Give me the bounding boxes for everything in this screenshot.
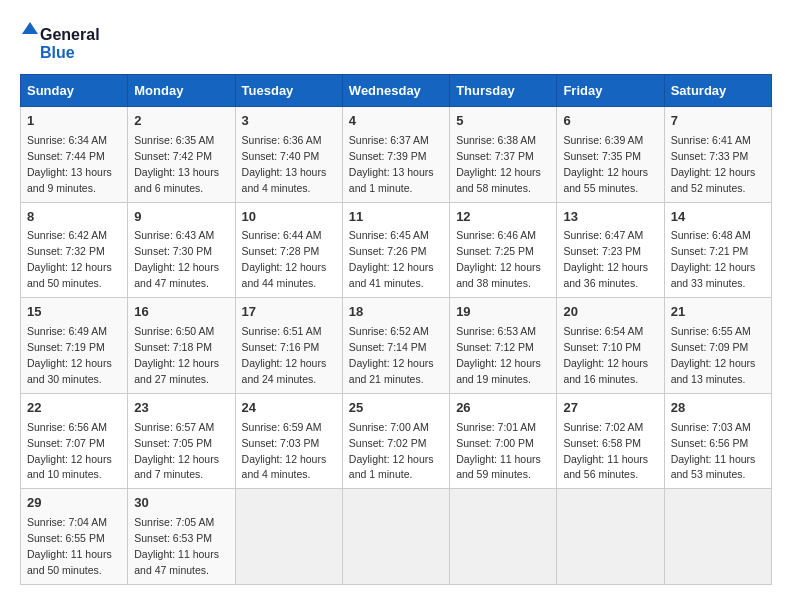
day-info: Sunrise: 6:39 AMSunset: 7:35 PMDaylight:… — [563, 134, 648, 194]
calendar-day-17: 17Sunrise: 6:51 AMSunset: 7:16 PMDayligh… — [235, 298, 342, 394]
empty-cell — [235, 489, 342, 585]
day-number: 9 — [134, 208, 228, 227]
calendar-day-18: 18Sunrise: 6:52 AMSunset: 7:14 PMDayligh… — [342, 298, 449, 394]
calendar-day-15: 15Sunrise: 6:49 AMSunset: 7:19 PMDayligh… — [21, 298, 128, 394]
calendar-week-2: 8Sunrise: 6:42 AMSunset: 7:32 PMDaylight… — [21, 202, 772, 298]
day-number: 14 — [671, 208, 765, 227]
calendar-day-20: 20Sunrise: 6:54 AMSunset: 7:10 PMDayligh… — [557, 298, 664, 394]
day-number: 25 — [349, 399, 443, 418]
day-info: Sunrise: 6:36 AMSunset: 7:40 PMDaylight:… — [242, 134, 327, 194]
day-number: 15 — [27, 303, 121, 322]
day-info: Sunrise: 6:41 AMSunset: 7:33 PMDaylight:… — [671, 134, 756, 194]
calendar-day-30: 30Sunrise: 7:05 AMSunset: 6:53 PMDayligh… — [128, 489, 235, 585]
calendar-day-25: 25Sunrise: 7:00 AMSunset: 7:02 PMDayligh… — [342, 393, 449, 489]
day-info: Sunrise: 6:55 AMSunset: 7:09 PMDaylight:… — [671, 325, 756, 385]
calendar-day-22: 22Sunrise: 6:56 AMSunset: 7:07 PMDayligh… — [21, 393, 128, 489]
day-info: Sunrise: 6:57 AMSunset: 7:05 PMDaylight:… — [134, 421, 219, 481]
day-info: Sunrise: 7:02 AMSunset: 6:58 PMDaylight:… — [563, 421, 648, 481]
empty-cell — [342, 489, 449, 585]
calendar-day-10: 10Sunrise: 6:44 AMSunset: 7:28 PMDayligh… — [235, 202, 342, 298]
day-number: 5 — [456, 112, 550, 131]
day-number: 28 — [671, 399, 765, 418]
calendar-week-5: 29Sunrise: 7:04 AMSunset: 6:55 PMDayligh… — [21, 489, 772, 585]
calendar-day-11: 11Sunrise: 6:45 AMSunset: 7:26 PMDayligh… — [342, 202, 449, 298]
weekday-header-thursday: Thursday — [450, 75, 557, 107]
day-info: Sunrise: 6:37 AMSunset: 7:39 PMDaylight:… — [349, 134, 434, 194]
day-info: Sunrise: 7:04 AMSunset: 6:55 PMDaylight:… — [27, 516, 112, 576]
calendar-day-16: 16Sunrise: 6:50 AMSunset: 7:18 PMDayligh… — [128, 298, 235, 394]
day-number: 6 — [563, 112, 657, 131]
day-number: 1 — [27, 112, 121, 131]
day-info: Sunrise: 7:05 AMSunset: 6:53 PMDaylight:… — [134, 516, 219, 576]
calendar-day-1: 1Sunrise: 6:34 AMSunset: 7:44 PMDaylight… — [21, 107, 128, 203]
logo: General Blue — [20, 20, 100, 64]
calendar-day-8: 8Sunrise: 6:42 AMSunset: 7:32 PMDaylight… — [21, 202, 128, 298]
day-number: 27 — [563, 399, 657, 418]
weekday-header-monday: Monday — [128, 75, 235, 107]
day-number: 3 — [242, 112, 336, 131]
empty-cell — [450, 489, 557, 585]
day-number: 23 — [134, 399, 228, 418]
calendar-day-27: 27Sunrise: 7:02 AMSunset: 6:58 PMDayligh… — [557, 393, 664, 489]
day-number: 4 — [349, 112, 443, 131]
calendar-day-2: 2Sunrise: 6:35 AMSunset: 7:42 PMDaylight… — [128, 107, 235, 203]
day-number: 2 — [134, 112, 228, 131]
calendar-day-24: 24Sunrise: 6:59 AMSunset: 7:03 PMDayligh… — [235, 393, 342, 489]
day-info: Sunrise: 6:49 AMSunset: 7:19 PMDaylight:… — [27, 325, 112, 385]
weekday-header-friday: Friday — [557, 75, 664, 107]
day-number: 11 — [349, 208, 443, 227]
day-info: Sunrise: 7:00 AMSunset: 7:02 PMDaylight:… — [349, 421, 434, 481]
calendar-week-4: 22Sunrise: 6:56 AMSunset: 7:07 PMDayligh… — [21, 393, 772, 489]
calendar-day-14: 14Sunrise: 6:48 AMSunset: 7:21 PMDayligh… — [664, 202, 771, 298]
calendar-day-19: 19Sunrise: 6:53 AMSunset: 7:12 PMDayligh… — [450, 298, 557, 394]
calendar-day-29: 29Sunrise: 7:04 AMSunset: 6:55 PMDayligh… — [21, 489, 128, 585]
day-number: 19 — [456, 303, 550, 322]
day-number: 24 — [242, 399, 336, 418]
calendar-week-3: 15Sunrise: 6:49 AMSunset: 7:19 PMDayligh… — [21, 298, 772, 394]
empty-cell — [557, 489, 664, 585]
day-info: Sunrise: 6:44 AMSunset: 7:28 PMDaylight:… — [242, 229, 327, 289]
weekday-header-saturday: Saturday — [664, 75, 771, 107]
calendar-table: SundayMondayTuesdayWednesdayThursdayFrid… — [20, 74, 772, 585]
day-info: Sunrise: 6:51 AMSunset: 7:16 PMDaylight:… — [242, 325, 327, 385]
day-number: 21 — [671, 303, 765, 322]
calendar-day-6: 6Sunrise: 6:39 AMSunset: 7:35 PMDaylight… — [557, 107, 664, 203]
day-info: Sunrise: 6:42 AMSunset: 7:32 PMDaylight:… — [27, 229, 112, 289]
weekday-header-sunday: Sunday — [21, 75, 128, 107]
day-info: Sunrise: 6:34 AMSunset: 7:44 PMDaylight:… — [27, 134, 112, 194]
day-number: 13 — [563, 208, 657, 227]
day-number: 8 — [27, 208, 121, 227]
day-info: Sunrise: 6:52 AMSunset: 7:14 PMDaylight:… — [349, 325, 434, 385]
calendar-day-7: 7Sunrise: 6:41 AMSunset: 7:33 PMDaylight… — [664, 107, 771, 203]
svg-text:General: General — [40, 26, 100, 43]
day-number: 18 — [349, 303, 443, 322]
day-info: Sunrise: 6:50 AMSunset: 7:18 PMDaylight:… — [134, 325, 219, 385]
day-number: 20 — [563, 303, 657, 322]
day-info: Sunrise: 6:46 AMSunset: 7:25 PMDaylight:… — [456, 229, 541, 289]
day-info: Sunrise: 6:47 AMSunset: 7:23 PMDaylight:… — [563, 229, 648, 289]
day-number: 16 — [134, 303, 228, 322]
day-info: Sunrise: 6:43 AMSunset: 7:30 PMDaylight:… — [134, 229, 219, 289]
calendar-day-13: 13Sunrise: 6:47 AMSunset: 7:23 PMDayligh… — [557, 202, 664, 298]
logo-svg: General Blue — [20, 20, 100, 64]
calendar-day-9: 9Sunrise: 6:43 AMSunset: 7:30 PMDaylight… — [128, 202, 235, 298]
day-number: 12 — [456, 208, 550, 227]
calendar-day-28: 28Sunrise: 7:03 AMSunset: 6:56 PMDayligh… — [664, 393, 771, 489]
weekday-header-wednesday: Wednesday — [342, 75, 449, 107]
calendar-day-23: 23Sunrise: 6:57 AMSunset: 7:05 PMDayligh… — [128, 393, 235, 489]
calendar-day-4: 4Sunrise: 6:37 AMSunset: 7:39 PMDaylight… — [342, 107, 449, 203]
day-info: Sunrise: 6:53 AMSunset: 7:12 PMDaylight:… — [456, 325, 541, 385]
day-number: 7 — [671, 112, 765, 131]
day-number: 29 — [27, 494, 121, 513]
day-number: 26 — [456, 399, 550, 418]
day-info: Sunrise: 6:48 AMSunset: 7:21 PMDaylight:… — [671, 229, 756, 289]
day-info: Sunrise: 6:56 AMSunset: 7:07 PMDaylight:… — [27, 421, 112, 481]
calendar-day-21: 21Sunrise: 6:55 AMSunset: 7:09 PMDayligh… — [664, 298, 771, 394]
page-header: General Blue — [20, 20, 772, 64]
calendar-day-12: 12Sunrise: 6:46 AMSunset: 7:25 PMDayligh… — [450, 202, 557, 298]
day-number: 10 — [242, 208, 336, 227]
calendar-day-26: 26Sunrise: 7:01 AMSunset: 7:00 PMDayligh… — [450, 393, 557, 489]
calendar-day-3: 3Sunrise: 6:36 AMSunset: 7:40 PMDaylight… — [235, 107, 342, 203]
day-info: Sunrise: 7:01 AMSunset: 7:00 PMDaylight:… — [456, 421, 541, 481]
day-info: Sunrise: 7:03 AMSunset: 6:56 PMDaylight:… — [671, 421, 756, 481]
